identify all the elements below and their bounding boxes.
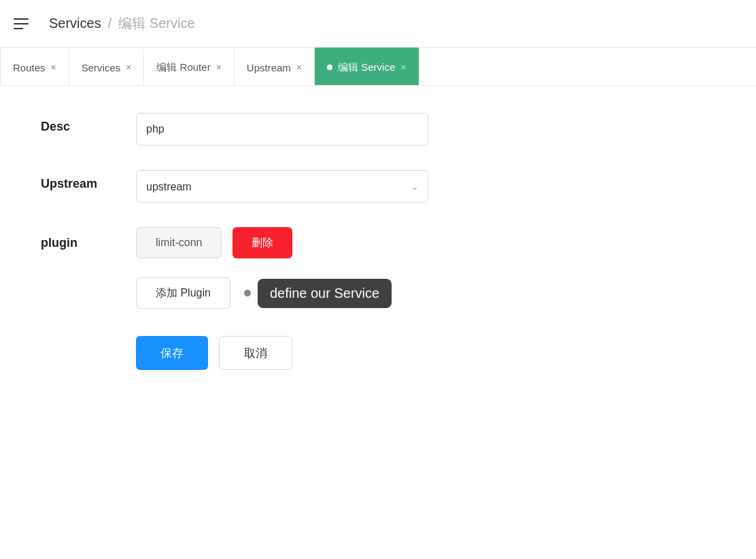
delete-plugin-button[interactable]: 删除 bbox=[233, 227, 292, 258]
tooltip-dot bbox=[244, 290, 251, 297]
tabs-bar: Routes × Services × 编辑 Router × Upstream… bbox=[0, 48, 756, 86]
upstream-row: Upstream upstream ⌄ bbox=[41, 170, 715, 203]
save-button[interactable]: 保存 bbox=[136, 336, 208, 370]
upstream-control: upstream ⌄ bbox=[136, 170, 428, 203]
header: Services / 编辑 Service bbox=[0, 0, 756, 48]
tab-router-label: 编辑 Router bbox=[156, 61, 210, 74]
cancel-button[interactable]: 取消 bbox=[219, 336, 292, 370]
desc-control bbox=[136, 113, 428, 146]
tab-routes-label: Routes bbox=[13, 62, 46, 73]
upstream-select[interactable]: upstream bbox=[136, 170, 428, 203]
breadcrumb-current: 编辑 Service bbox=[118, 14, 194, 33]
tab-router-close[interactable]: × bbox=[216, 63, 222, 72]
tab-service-dot bbox=[327, 65, 332, 70]
add-plugin-row: 添加 Plugin define our Service bbox=[136, 277, 715, 309]
tab-service-label: 编辑 Service bbox=[338, 61, 395, 74]
desc-row: Desc bbox=[41, 113, 715, 146]
action-row: 保存 取消 bbox=[136, 336, 715, 370]
tab-services-label: Services bbox=[82, 62, 121, 73]
breadcrumb: Services / 编辑 Service bbox=[49, 14, 195, 33]
add-plugin-button[interactable]: 添加 Plugin bbox=[136, 277, 230, 309]
breadcrumb-separator: / bbox=[108, 16, 112, 31]
tab-routes[interactable]: Routes × bbox=[0, 48, 69, 85]
desc-label: Desc bbox=[41, 113, 136, 134]
tab-routes-close[interactable]: × bbox=[51, 63, 56, 72]
tab-service[interactable]: 编辑 Service × bbox=[315, 48, 419, 85]
plugin-controls: limit-conn 删除 bbox=[136, 227, 292, 258]
desc-input[interactable] bbox=[136, 113, 428, 146]
tab-service-close[interactable]: × bbox=[400, 63, 406, 72]
menu-icon[interactable] bbox=[14, 12, 38, 36]
tab-services-close[interactable]: × bbox=[126, 63, 131, 72]
tab-upstream-close[interactable]: × bbox=[296, 63, 302, 72]
tab-upstream-label: Upstream bbox=[247, 62, 291, 73]
tab-services[interactable]: Services × bbox=[69, 48, 145, 85]
upstream-label: Upstream bbox=[41, 170, 136, 191]
plugin-tag[interactable]: limit-conn bbox=[136, 227, 222, 258]
tab-upstream[interactable]: Upstream × bbox=[235, 48, 315, 85]
tooltip-wrapper: define our Service bbox=[244, 279, 392, 308]
main-content: Desc Upstream upstream ⌄ plugin limit-co… bbox=[0, 86, 756, 397]
breadcrumb-services[interactable]: Services bbox=[49, 16, 101, 31]
upstream-select-wrapper: upstream ⌄ bbox=[136, 170, 428, 203]
plugin-label: plugin bbox=[41, 236, 136, 250]
tooltip-box: define our Service bbox=[258, 279, 392, 308]
plugin-row: plugin limit-conn 删除 bbox=[41, 227, 715, 258]
tab-router[interactable]: 编辑 Router × bbox=[144, 48, 234, 85]
